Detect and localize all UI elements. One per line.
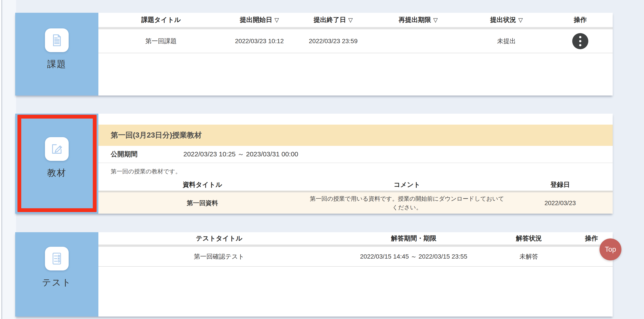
sidebar-item-label: 教材	[47, 167, 66, 179]
sort-down-icon: ▽	[348, 17, 353, 24]
sidebar-item-tests[interactable]: テスト	[15, 232, 98, 316]
assignment-start-date: 2022/03/23 10:12	[224, 38, 295, 45]
materials-section: 教材 第一回(3月23日分)授業教材 公開期間 2022/03/23 10:25…	[15, 114, 613, 214]
assignments-table: 課題タイトル 提出開始日 ▽ 提出終了日 ▽ 再提出期限 ▽ 提出状況 ▽ 操作…	[98, 13, 613, 96]
publish-period-value: 2022/03/23 10:25 ～ 2023/03/31 00:00	[183, 150, 298, 159]
header-divider	[98, 27, 613, 29]
publish-period-label: 公開期間	[111, 150, 138, 159]
assignment-status: 未提出	[465, 37, 548, 46]
tests-col-status: 解答状況	[488, 234, 570, 243]
material-group-title: 第一回(3月23日分)授業教材	[98, 125, 613, 146]
window-edge-pale	[2, 0, 16, 319]
assignments-col-start-label: 提出開始日	[240, 16, 272, 24]
assignments-col-title: 課題タイトル	[98, 16, 224, 24]
kebab-menu-button[interactable]	[572, 33, 588, 49]
assignments-col-ops: 操作	[548, 16, 613, 24]
tests-table-header: テストタイトル 解答期間・期限 解答状況 操作	[98, 232, 613, 244]
test-period: 2022/03/15 14:45 ～ 2022/03/15 23:55	[340, 252, 488, 261]
assignments-col-end-sort[interactable]: 提出終了日 ▽	[295, 16, 371, 24]
materials-col-title: 資料タイトル	[98, 180, 306, 189]
assignments-col-status-label: 提出状況	[490, 16, 516, 24]
sidebar-item-materials[interactable]: 教材	[15, 114, 98, 214]
tests-col-title: テストタイトル	[98, 234, 340, 243]
sort-down-icon: ▽	[433, 17, 438, 24]
document-icon	[45, 29, 69, 52]
test-status: 未解答	[488, 252, 570, 261]
header-divider	[98, 191, 613, 192]
scroll-to-top-button[interactable]: Top	[600, 238, 622, 260]
assignments-section: 課題 課題タイトル 提出開始日 ▽ 提出終了日 ▽ 再提出期限 ▽ 提出状況 ▽…	[15, 13, 613, 96]
material-registered-date: 2022/03/23	[508, 200, 613, 207]
materials-col-comment: コメント	[306, 180, 508, 189]
material-description: 第一回の授業の教材です。	[111, 168, 181, 175]
test-title: 第一回確認テスト	[98, 252, 340, 261]
tests-section: テスト テストタイトル 解答期間・期限 解答状況 操作 第一回確認テスト 202…	[15, 232, 613, 316]
material-comment: 第一回の授業で用いる資料です。授業の開始前にダウンロードしておいてください。	[306, 194, 508, 212]
tests-table: テストタイトル 解答期間・期限 解答状況 操作 第一回確認テスト 2022/03…	[98, 232, 613, 316]
assignments-col-start-sort[interactable]: 提出開始日 ▽	[224, 16, 295, 24]
assignments-col-resubmit-sort[interactable]: 再提出期限 ▽	[371, 16, 465, 24]
sort-down-icon: ▽	[274, 17, 279, 24]
edit-square-icon	[45, 137, 69, 161]
header-divider	[98, 244, 613, 247]
assignment-end-date: 2022/03/23 23:59	[295, 38, 371, 45]
material-title: 第一回資料	[98, 199, 306, 207]
assignments-col-end-label: 提出終了日	[314, 16, 346, 24]
assignments-col-resubmit-label: 再提出期限	[399, 16, 431, 24]
material-publish-period-row: 公開期間 2022/03/23 10:25 ～ 2023/03/31 00:00	[98, 146, 613, 163]
material-description-block: 第一回の授業の教材です。 資料タイトル コメント 登録日	[98, 163, 613, 191]
test-row: 第一回確認テスト 2022/03/15 14:45 ～ 2022/03/15 2…	[98, 247, 613, 267]
materials-table-header: 資料タイトル コメント 登録日	[98, 180, 613, 189]
assignment-row: 第一回課題 2022/03/23 10:12 2022/03/23 23:59 …	[98, 29, 613, 53]
material-row: 第一回資料 第一回の授業で用いる資料です。授業の開始前にダウンロードしておいてく…	[98, 192, 613, 214]
sidebar-item-assignments[interactable]: 課題	[15, 13, 98, 96]
assignments-table-header: 課題タイトル 提出開始日 ▽ 提出終了日 ▽ 再提出期限 ▽ 提出状況 ▽ 操作	[98, 13, 613, 27]
quiz-checklist-icon	[45, 247, 69, 270]
materials-panel: 第一回(3月23日分)授業教材 公開期間 2022/03/23 10:25 ～ …	[98, 114, 613, 214]
assignment-title: 第一回課題	[98, 37, 224, 46]
assignments-col-status-sort[interactable]: 提出状況 ▽	[465, 16, 548, 24]
sort-down-icon: ▽	[518, 17, 523, 24]
tests-col-period: 解答期間・期限	[340, 234, 488, 243]
sidebar-item-label: 課題	[47, 58, 66, 70]
materials-col-date: 登録日	[508, 180, 613, 189]
materials-top-bar	[98, 114, 613, 125]
sidebar-item-label: テスト	[42, 276, 72, 288]
